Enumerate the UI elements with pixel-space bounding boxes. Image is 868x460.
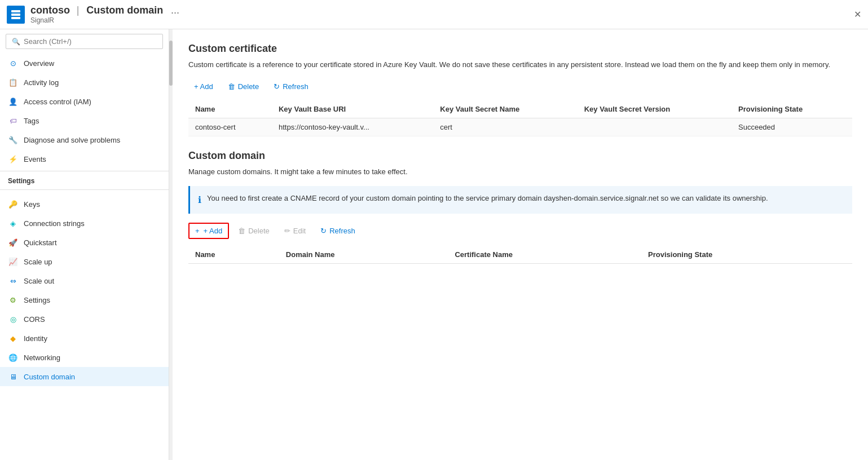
- cert-col-uri: Key Vault Base URI: [272, 100, 433, 118]
- cert-section-desc: Custom certificate is a reference to you…: [188, 59, 852, 70]
- cert-row-secret-version: [578, 118, 732, 136]
- nav-access-control[interactable]: 👤 Access control (IAM): [0, 92, 169, 111]
- domain-refresh-button[interactable]: ↻ Refresh: [315, 224, 361, 238]
- networking-icon: 🌐: [8, 352, 18, 362]
- title-bar: contoso | Custom domain ... SignalR ✕: [0, 0, 868, 29]
- svg-rect-0: [11, 10, 20, 12]
- nav-networking[interactable]: 🌐 Networking: [0, 348, 169, 367]
- domain-col-state: Provisioning State: [641, 246, 852, 264]
- domain-add-button[interactable]: + + Add: [188, 223, 229, 239]
- identity-icon: ◆: [8, 333, 18, 343]
- nav-access-control-label: Access control (IAM): [24, 98, 91, 106]
- nav-keys[interactable]: 🔑 Keys: [0, 194, 169, 214]
- overview-icon: ⊙: [8, 58, 18, 68]
- search-input[interactable]: [24, 37, 157, 46]
- domain-delete-button[interactable]: 🗑 Delete: [232, 224, 275, 238]
- cert-row-uri: https://contoso-key-vault.v...: [272, 118, 433, 136]
- nav-activity-log[interactable]: 📋 Activity log: [0, 73, 169, 92]
- table-row[interactable]: contoso-cert https://contoso-key-vault.v…: [188, 118, 852, 136]
- nav-custom-domain-label: Custom domain: [24, 373, 75, 381]
- search-box[interactable]: 🔍: [6, 34, 163, 49]
- domain-col-cert: Certificate Name: [448, 246, 641, 264]
- activity-log-icon: 📋: [8, 77, 18, 87]
- quickstart-icon: 🚀: [8, 237, 18, 247]
- svg-rect-1: [11, 14, 20, 16]
- nav-scale-up[interactable]: 📈 Scale up: [0, 252, 169, 271]
- info-banner: ℹ You need to first create a CNAME recor…: [188, 186, 852, 214]
- search-icon: 🔍: [12, 38, 20, 46]
- cert-delete-button[interactable]: 🗑 Delete: [222, 79, 265, 94]
- domain-section-title: Custom domain: [188, 150, 852, 162]
- nav-identity[interactable]: ◆ Identity: [0, 329, 169, 348]
- domain-table: Name Domain Name Certificate Name Provis…: [188, 246, 852, 264]
- nav-quickstart[interactable]: 🚀 Quickstart: [0, 233, 169, 252]
- cert-col-secret-name: Key Vault Secret Name: [433, 100, 577, 118]
- events-icon: ⚡: [8, 154, 18, 164]
- nav-identity-label: Identity: [24, 334, 47, 343]
- add-icon: +: [195, 227, 200, 235]
- nav-events-label: Events: [24, 155, 46, 163]
- main-layout: 🔍 ⊙ Overview 📋 Activity log 👤 Access con…: [0, 29, 868, 460]
- nav-custom-domain[interactable]: 🖥 Custom domain: [0, 367, 169, 386]
- settings-section-label: Settings: [0, 171, 169, 187]
- settings-divider: [0, 189, 169, 190]
- cert-section: Custom certificate Custom certificate is…: [188, 43, 852, 136]
- edit-icon: ✏: [284, 227, 290, 235]
- nav-diagnose[interactable]: 🔧 Diagnose and solve problems: [0, 130, 169, 149]
- nav-quickstart-label: Quickstart: [24, 238, 57, 247]
- domain-refresh-icon: ↻: [320, 227, 327, 235]
- nav-activity-log-label: Activity log: [24, 78, 59, 87]
- cert-toolbar: + Add 🗑 Delete ↻ Refresh: [188, 79, 852, 94]
- cert-add-button[interactable]: + Add: [188, 79, 219, 94]
- close-button[interactable]: ✕: [854, 9, 861, 20]
- nav-settings[interactable]: ⚙ Settings: [0, 290, 169, 309]
- diagnose-icon: 🔧: [8, 135, 18, 145]
- delete-icon: 🗑: [228, 82, 235, 91]
- resource-icon: [7, 6, 25, 24]
- sidebar: 🔍 ⊙ Overview 📋 Activity log 👤 Access con…: [0, 29, 169, 460]
- nav-cors-label: CORS: [24, 315, 45, 324]
- iam-icon: 👤: [8, 96, 18, 107]
- nav-tags-label: Tags: [24, 117, 39, 125]
- nav-scale-out-label: Scale out: [24, 277, 54, 285]
- nav-diagnose-label: Diagnose and solve problems: [24, 136, 120, 144]
- nav-scale-up-label: Scale up: [24, 258, 52, 266]
- domain-delete-icon: 🗑: [238, 227, 245, 235]
- nav-connection-strings-label: Connection strings: [24, 219, 85, 228]
- connection-icon: ◈: [8, 218, 18, 228]
- domain-toolbar: + + Add 🗑 Delete ✏ Edit ↻ Refresh: [188, 223, 852, 239]
- resource-name: contoso: [30, 5, 70, 16]
- more-options-button[interactable]: ...: [171, 5, 179, 16]
- nav-connection-strings[interactable]: ◈ Connection strings: [0, 214, 169, 233]
- nav-scale-out[interactable]: ⇔ Scale out: [0, 271, 169, 290]
- cert-row-name: contoso-cert: [188, 118, 272, 136]
- keys-icon: 🔑: [8, 199, 18, 209]
- sidebar-scrollbar[interactable]: [169, 29, 173, 460]
- nav-events[interactable]: ⚡ Events: [0, 149, 169, 169]
- cert-refresh-button[interactable]: ↻ Refresh: [268, 79, 314, 94]
- page-title: Custom domain: [86, 5, 163, 16]
- scaleout-icon: ⇔: [8, 276, 18, 286]
- nav-tags[interactable]: 🏷 Tags: [0, 111, 169, 130]
- cert-row-secret-name: cert: [433, 118, 577, 136]
- svg-rect-2: [11, 17, 20, 19]
- title-bar-text: contoso | Custom domain ... SignalR: [30, 5, 854, 24]
- resource-type: SignalR: [30, 16, 854, 24]
- domain-edit-button[interactable]: ✏ Edit: [279, 224, 311, 238]
- nav-overview[interactable]: ⊙ Overview: [0, 54, 169, 73]
- info-icon: ℹ: [198, 193, 201, 207]
- nav-cors[interactable]: ◎ CORS: [0, 309, 169, 329]
- main-content: Custom certificate Custom certificate is…: [173, 29, 868, 460]
- tags-icon: 🏷: [8, 116, 18, 126]
- cert-section-title: Custom certificate: [188, 43, 852, 55]
- scaleup-icon: 📈: [8, 256, 18, 267]
- custom-domain-icon: 🖥: [8, 371, 18, 382]
- cert-row-state: Succeeded: [732, 118, 852, 136]
- cert-col-state: Provisioning State: [732, 100, 852, 118]
- nav-settings-label: Settings: [24, 296, 50, 304]
- cert-table: Name Key Vault Base URI Key Vault Secret…: [188, 100, 852, 136]
- settings-icon: ⚙: [8, 295, 18, 305]
- cert-col-name: Name: [188, 100, 272, 118]
- cert-col-secret-version: Key Vault Secret Version: [578, 100, 732, 118]
- nav-overview-label: Overview: [24, 59, 54, 68]
